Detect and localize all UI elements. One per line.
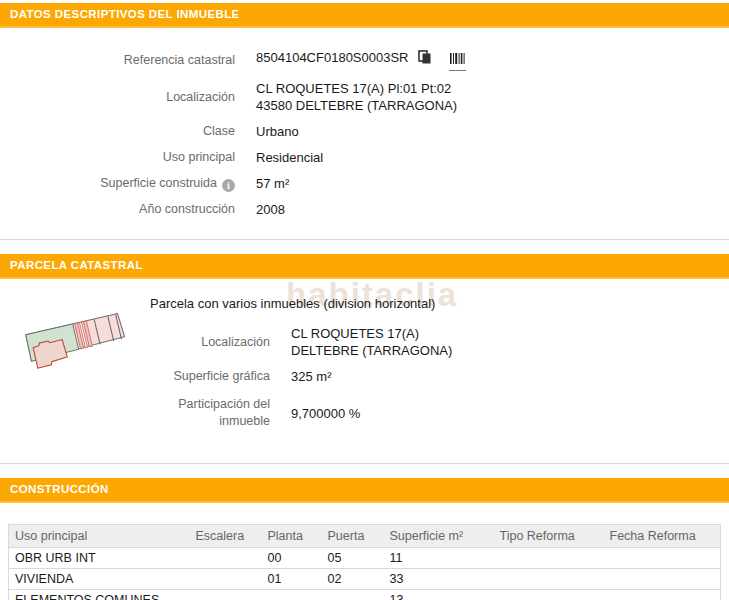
field-uso-principal: Uso principal Residencial (0, 149, 729, 166)
table-cell: ELEMENTOS COMUNES (9, 590, 190, 600)
section-title: PARCELA CATASTRAL (10, 259, 143, 271)
section-datos-descriptivos: DATOS DESCRIPTIVOS DEL INMUEBLE Referenc… (0, 3, 729, 239)
table-row: ELEMENTOS COMUNES 13 (9, 590, 721, 600)
field-participacion: Participación del inmueble 9,700000 % (0, 396, 729, 430)
section-header-datos: DATOS DESCRIPTIVOS DEL INMUEBLE (0, 3, 729, 28)
table-row: VIVIENDA 01 02 33 (9, 569, 721, 590)
barcode-icon[interactable] (449, 51, 466, 71)
table-cell (494, 548, 604, 569)
field-value: CL ROQUETES 17(A) Pl:01 Pt:02 43580 DELT… (256, 80, 457, 114)
table-cell (494, 569, 604, 590)
table-cell: 01 (262, 569, 322, 590)
localizacion-line1: CL ROQUETES 17(A) (291, 325, 452, 342)
construction-table: Uso principal Escalera Planta Puerta Sup… (8, 524, 721, 600)
table-cell (262, 590, 322, 600)
table-cell (604, 590, 721, 600)
section-construccion: CONSTRUCCIÓN Uso principal Escalera Plan… (0, 478, 729, 600)
field-value: Residencial (256, 149, 323, 166)
col-header-puerta: Puerta (322, 525, 384, 548)
field-label: Localización (0, 89, 235, 106)
col-header-uso-principal: Uso principal (9, 525, 190, 548)
col-header-superficie: Superficie m² (384, 525, 494, 548)
field-value: 2008 (256, 201, 285, 218)
copy-icon[interactable] (418, 50, 431, 68)
table-cell: VIVIENDA (9, 569, 190, 590)
field-value: CL ROQUETES 17(A) DELTEBRE (TARRAGONA) (291, 325, 452, 359)
table-cell: 02 (322, 569, 384, 590)
table-cell (190, 590, 262, 600)
section-header-parcela: PARCELA CATASTRAL (0, 254, 729, 279)
field-value: 9,700000 % (291, 405, 360, 422)
section-title: CONSTRUCCIÓN (10, 483, 109, 495)
parcel-sketch-image (24, 312, 130, 378)
localizacion-line2: DELTEBRE (TARRAGONA) (291, 342, 452, 359)
table-cell (604, 548, 721, 569)
section-parcela-catastral: PARCELA CATASTRAL Parcela con varios inm… (0, 254, 729, 463)
table-cell: OBR URB INT (9, 548, 190, 569)
field-label-text: Participación del inmueble (164, 396, 270, 430)
field-label: Año construcción (0, 201, 235, 218)
localizacion-line2: 43580 DELTEBRE (TARRAGONA) (256, 97, 457, 114)
col-header-fecha-reforma: Fecha Reforma (604, 525, 721, 548)
field-referencia-catastral: Referencia catastral 8504104CF0180S0003S… (0, 49, 729, 71)
table-cell: 05 (322, 548, 384, 569)
field-label: Clase (0, 123, 235, 140)
parcela-subtitle: Parcela con varios inmuebles (division h… (150, 296, 729, 311)
field-value: Urbano (256, 123, 299, 140)
field-value: 325 m² (291, 368, 331, 385)
field-value: 8504104CF0180S0003SR (256, 49, 466, 71)
table-cell (190, 569, 262, 590)
table-cell (190, 548, 262, 569)
referencia-value: 8504104CF0180S0003SR (256, 50, 409, 65)
table-cell (494, 590, 604, 600)
table-cell: 13 (384, 590, 494, 600)
info-icon[interactable] (222, 179, 235, 192)
field-label: Superficie construida (0, 175, 235, 192)
section-header-construccion: CONSTRUCCIÓN (0, 478, 729, 503)
table-cell: 00 (262, 548, 322, 569)
section-title: DATOS DESCRIPTIVOS DEL INMUEBLE (10, 8, 240, 20)
table-row: OBR URB INT 00 05 11 (9, 548, 721, 569)
table-header-row: Uso principal Escalera Planta Puerta Sup… (9, 525, 721, 548)
field-label: Referencia catastral (0, 52, 235, 69)
field-localizacion: Localización CL ROQUETES 17(A) Pl:01 Pt:… (0, 80, 729, 114)
field-anio-construccion: Año construcción 2008 (0, 201, 729, 218)
col-header-tipo-reforma: Tipo Reforma (494, 525, 604, 548)
field-label-text: Superficie construida (100, 176, 217, 190)
field-superficie-construida: Superficie construida 57 m² (0, 175, 729, 192)
table-cell (322, 590, 384, 600)
localizacion-line1: CL ROQUETES 17(A) Pl:01 Pt:02 (256, 80, 457, 97)
col-header-escalera: Escalera (190, 525, 262, 548)
field-clase: Clase Urbano (0, 123, 729, 140)
table-cell: 11 (384, 548, 494, 569)
col-header-planta: Planta (262, 525, 322, 548)
field-label: Uso principal (0, 149, 235, 166)
cadastral-page: DATOS DESCRIPTIVOS DEL INMUEBLE Referenc… (0, 0, 729, 600)
table-cell: 33 (384, 569, 494, 590)
table-cell (604, 569, 721, 590)
field-value: 57 m² (256, 175, 289, 192)
field-label: Participación del inmueble (0, 396, 270, 430)
